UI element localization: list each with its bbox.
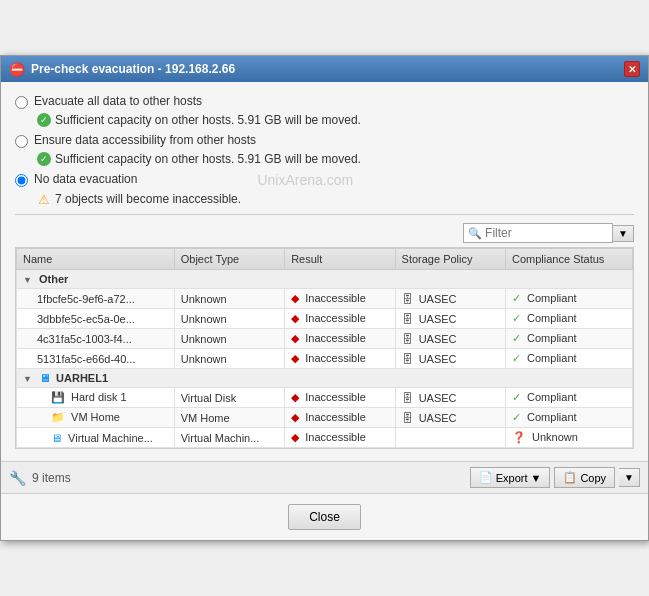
- row-name: Hard disk 1: [71, 391, 127, 403]
- row-name: 3dbbfe5c-ec5a-0e...: [23, 313, 135, 325]
- row-compliance: Compliant: [527, 391, 577, 403]
- row-name: 4c31fa5c-1003-f4...: [23, 333, 132, 345]
- compliant-icon: ✓: [512, 312, 521, 324]
- filter-input-wrap: 🔍: [463, 223, 613, 243]
- copy-dropdown-button[interactable]: ▼: [619, 468, 640, 487]
- row-result: Inaccessible: [305, 292, 366, 304]
- option-evacuate-row: Evacuate all data to other hosts: [15, 94, 634, 109]
- table-row: 📁 VM Home VM Home ◆ Inaccessible 🗄 UASEC: [17, 408, 633, 428]
- row-result: Inaccessible: [305, 312, 366, 324]
- col-compliance-status: Compliance Status: [506, 249, 633, 270]
- inaccessible-icon: ◆: [291, 391, 299, 403]
- group-row-uarhel1: ▼ 🖥 UARHEL1: [17, 369, 633, 388]
- row-storage-policy: UASEC: [419, 412, 457, 424]
- row-result: Inaccessible: [305, 332, 366, 344]
- row-name: Virtual Machine...: [68, 432, 153, 444]
- row-storage-policy: UASEC: [419, 353, 457, 365]
- inaccessible-icon: ◆: [291, 411, 299, 423]
- row-storage-policy: UASEC: [419, 313, 457, 325]
- option-evacuate-label[interactable]: Evacuate all data to other hosts: [34, 94, 202, 108]
- option-accessibility-label[interactable]: Ensure data accessibility from other hos…: [34, 133, 256, 147]
- storage-icon: 🗄: [402, 333, 413, 345]
- compliant-icon: ✓: [512, 332, 521, 344]
- watermark-text: UnixArena.com: [257, 172, 353, 188]
- group-row-other: ▼ Other: [17, 270, 633, 289]
- table-row: 4c31fa5c-1003-f4... Unknown ◆ Inaccessib…: [17, 329, 633, 349]
- row-name: VM Home: [71, 411, 120, 423]
- export-icon: 📄: [479, 471, 493, 484]
- row-result: Inaccessible: [305, 411, 366, 423]
- export-label: Export: [496, 472, 528, 484]
- option-accessibility-subinfo: ✓ Sufficient capacity on other hosts. 5.…: [37, 152, 634, 166]
- option-evacuate-radio[interactable]: [15, 96, 28, 109]
- option-noevacuate-radio[interactable]: [15, 174, 28, 187]
- bottom-right: 📄 Export ▼ 📋 Copy ▼: [470, 467, 640, 488]
- row-object-type: VM Home: [174, 408, 284, 428]
- row-compliance: Compliant: [527, 352, 577, 364]
- copy-button[interactable]: 📋 Copy: [554, 467, 615, 488]
- option-noevacuate-row: No data evacuation UnixArena.com: [15, 172, 634, 188]
- row-name: 5131fa5c-e66d-40...: [23, 353, 135, 365]
- table-row: 🖥 Virtual Machine... Virtual Machin... ◆…: [17, 428, 633, 448]
- row-compliance: Compliant: [527, 411, 577, 423]
- results-table: Name Object Type Result Storage Policy C…: [16, 248, 633, 448]
- check-icon-2: ✓: [37, 152, 51, 166]
- storage-icon: 🗄: [402, 353, 413, 365]
- close-button[interactable]: ✕: [624, 61, 640, 77]
- row-result: Inaccessible: [305, 431, 366, 443]
- storage-icon: 🗄: [402, 293, 413, 305]
- row-object-type: Virtual Disk: [174, 388, 284, 408]
- inaccessible-icon: ◆: [291, 431, 299, 443]
- col-result: Result: [285, 249, 395, 270]
- compliant-icon: ✓: [512, 391, 521, 403]
- row-result: Inaccessible: [305, 391, 366, 403]
- table-row: 💾 Hard disk 1 Virtual Disk ◆ Inaccessibl…: [17, 388, 633, 408]
- title-bar: ⛔ Pre-check evacuation - 192.168.2.66 ✕: [1, 56, 648, 82]
- filter-dropdown-button[interactable]: ▼: [613, 225, 634, 242]
- unknown-icon: ❓: [512, 431, 526, 443]
- inaccessible-icon: ◆: [291, 352, 299, 364]
- bottom-left: 🔧 9 items: [9, 470, 71, 486]
- search-icon: 🔍: [468, 227, 482, 240]
- group-name-other: Other: [39, 273, 68, 285]
- table-row: 3dbbfe5c-ec5a-0e... Unknown ◆ Inaccessib…: [17, 309, 633, 329]
- title-bar-left: ⛔ Pre-check evacuation - 192.168.2.66: [9, 62, 235, 77]
- row-object-type: Unknown: [174, 289, 284, 309]
- export-button[interactable]: 📄 Export ▼: [470, 467, 551, 488]
- dialog-title: Pre-check evacuation - 192.168.2.66: [31, 62, 235, 76]
- vm-icon: 🖥: [51, 432, 62, 444]
- expand-icon-uarhel1: ▼: [23, 374, 32, 384]
- folder-icon: 📁: [51, 411, 65, 423]
- row-object-type: Virtual Machin...: [174, 428, 284, 448]
- compliant-icon: ✓: [512, 411, 521, 423]
- expand-icon-other: ▼: [23, 275, 32, 285]
- row-result: Inaccessible: [305, 352, 366, 364]
- row-object-type: Unknown: [174, 349, 284, 369]
- storage-icon: 🗄: [402, 392, 413, 404]
- dialog-body: Evacuate all data to other hosts ✓ Suffi…: [1, 82, 648, 461]
- check-icon-1: ✓: [37, 113, 51, 127]
- filter-input[interactable]: [485, 226, 595, 240]
- col-object-type: Object Type: [174, 249, 284, 270]
- compliant-icon: ✓: [512, 352, 521, 364]
- close-dialog-button[interactable]: Close: [288, 504, 361, 530]
- option-noevacuate-info-text: 7 objects will become inaccessible.: [55, 192, 241, 206]
- row-compliance: Compliant: [527, 312, 577, 324]
- title-bar-icon: ⛔: [9, 62, 25, 77]
- row-compliance: Compliant: [527, 332, 577, 344]
- col-name: Name: [17, 249, 175, 270]
- compliant-icon: ✓: [512, 292, 521, 304]
- filter-input-container: 🔍 ▼: [463, 223, 634, 243]
- inaccessible-icon: ◆: [291, 312, 299, 324]
- vm-group-icon: 🖥: [39, 372, 50, 384]
- option-accessibility-radio[interactable]: [15, 135, 28, 148]
- inaccessible-icon: ◆: [291, 332, 299, 344]
- hdd-icon: 💾: [51, 391, 65, 403]
- row-compliance: Unknown: [532, 431, 578, 443]
- items-count: 9 items: [32, 471, 71, 485]
- option-noevacuate-label[interactable]: No data evacuation: [34, 172, 137, 186]
- divider-1: [15, 214, 634, 215]
- row-storage-policy: UASEC: [419, 293, 457, 305]
- option-noevacuate-subinfo: ⚠ 7 objects will become inaccessible.: [37, 192, 634, 206]
- option-evacuate-subinfo: ✓ Sufficient capacity on other hosts. 5.…: [37, 113, 634, 127]
